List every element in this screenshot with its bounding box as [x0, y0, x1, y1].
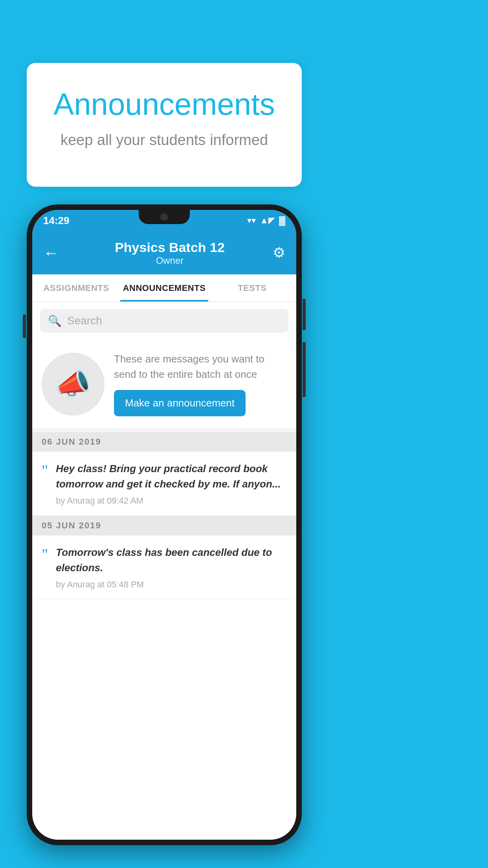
search-bar[interactable]: 🔍 Search	[40, 309, 288, 333]
side-button-right-1	[303, 299, 306, 330]
phone-screen: 14:29 ▾▾ ▲◤ ▓ ← Physics Batch 12 Owner ⚙	[32, 210, 296, 840]
status-time: 14:29	[43, 215, 70, 227]
announcement-promo: 📣 These are messages you want to send to…	[32, 340, 296, 428]
announcement-item-2[interactable]: " Tomorrow's class has been cancelled du…	[32, 535, 296, 600]
announcement-text-2: Tomorrow's class has been cancelled due …	[56, 545, 287, 576]
status-icons: ▾▾ ▲◤ ▓	[247, 215, 285, 226]
tabs-bar: ASSIGNMENTS ANNOUNCEMENTS TESTS	[32, 274, 296, 302]
search-placeholder: Search	[67, 314, 102, 327]
quote-icon-2: "	[42, 546, 48, 562]
back-button[interactable]: ←	[43, 244, 59, 262]
tab-announcements[interactable]: ANNOUNCEMENTS	[120, 274, 208, 302]
bubble-title: Announcements	[46, 86, 282, 122]
content-area: 🔍 Search 📣 These are messages you want t…	[32, 302, 296, 600]
battery-icon: ▓	[279, 215, 285, 226]
side-button-left	[23, 314, 26, 338]
speech-bubble: Announcements keep all your students inf…	[27, 63, 302, 187]
phone-wrapper: 14:29 ▾▾ ▲◤ ▓ ← Physics Batch 12 Owner ⚙	[27, 204, 302, 845]
promo-icon-circle: 📣	[42, 353, 105, 416]
phone-outer: 14:29 ▾▾ ▲◤ ▓ ← Physics Batch 12 Owner ⚙	[27, 204, 302, 845]
announcement-meta-2: by Anurag at 05:48 PM	[56, 579, 287, 590]
speech-bubble-container: Announcements keep all your students inf…	[27, 63, 302, 187]
quote-icon-1: "	[42, 463, 48, 478]
tab-tests[interactable]: TESTS	[208, 274, 296, 302]
header-center: Physics Batch 12 Owner	[67, 240, 273, 266]
announcement-content-1: Hey class! Bring your practical record b…	[56, 461, 287, 506]
promo-content: These are messages you want to send to t…	[114, 351, 287, 416]
promo-description: These are messages you want to send to t…	[114, 351, 287, 382]
header-subtitle: Owner	[67, 255, 273, 266]
header-title: Physics Batch 12	[67, 240, 273, 255]
phone-notch	[139, 210, 190, 224]
announcement-text-1: Hey class! Bring your practical record b…	[56, 461, 287, 492]
announcement-meta-1: by Anurag at 09:42 AM	[56, 496, 287, 506]
announcement-content-2: Tomorrow's class has been cancelled due …	[56, 545, 287, 590]
app-header: ← Physics Batch 12 Owner ⚙	[32, 231, 296, 274]
megaphone-icon: 📣	[55, 367, 91, 401]
side-button-right-2	[303, 342, 306, 397]
make-announcement-button[interactable]: Make an announcement	[114, 390, 246, 416]
camera-dot	[160, 213, 168, 221]
signal-icon: ▲◤	[260, 215, 275, 226]
wifi-icon: ▾▾	[247, 215, 256, 226]
search-icon: 🔍	[48, 314, 62, 327]
tab-assignments[interactable]: ASSIGNMENTS	[32, 274, 120, 302]
date-separator-1: 06 JUN 2019	[32, 432, 296, 452]
announcement-item-1[interactable]: " Hey class! Bring your practical record…	[32, 452, 296, 516]
date-separator-2: 05 JUN 2019	[32, 516, 296, 535]
bubble-subtitle: keep all your students informed	[46, 132, 282, 149]
gear-icon[interactable]: ⚙	[273, 245, 285, 261]
search-container: 🔍 Search	[32, 302, 296, 340]
